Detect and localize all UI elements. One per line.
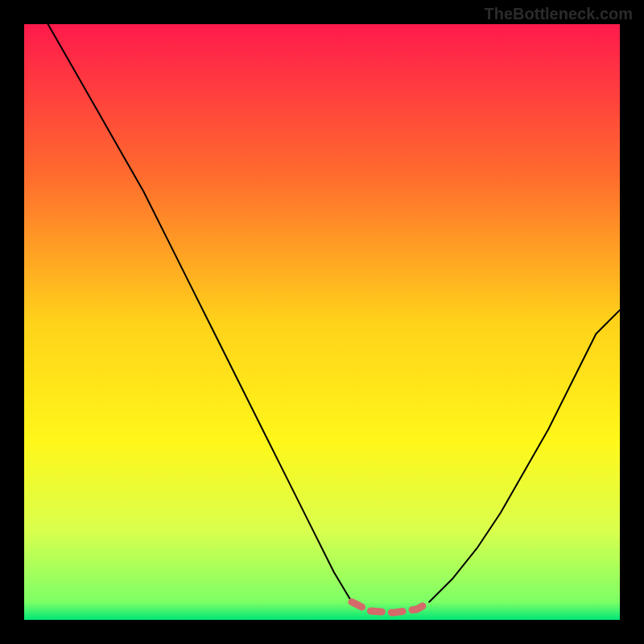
watermark-text: TheBottleneck.com: [485, 5, 633, 23]
chart-container: TheBottleneck.com: [0, 0, 644, 644]
chart-background: [24, 24, 620, 620]
chart-plot: [24, 24, 620, 620]
